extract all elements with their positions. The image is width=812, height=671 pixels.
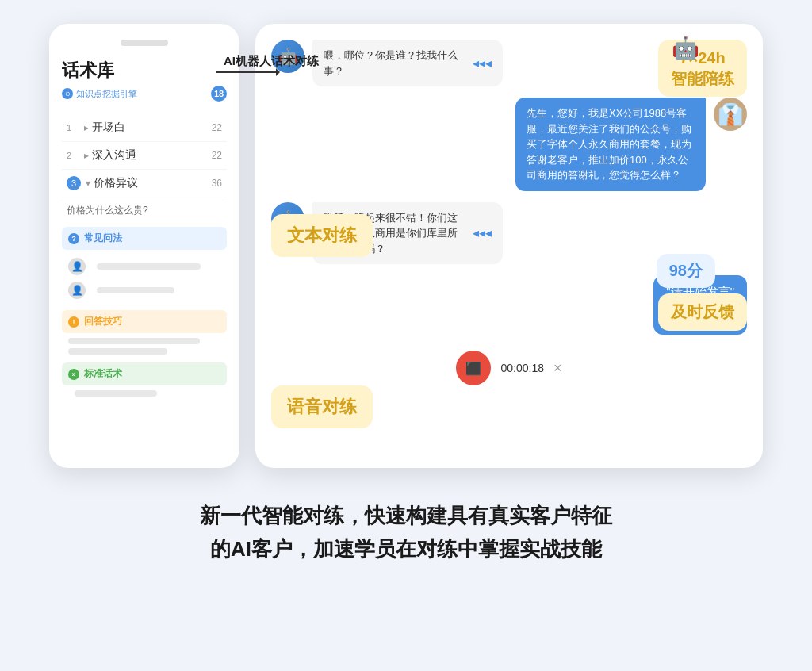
timer-display: 00:00:18 <box>500 362 544 374</box>
float-247-line2: 智能陪练 <box>671 70 734 87</box>
sound-icon-1: ◂◂◂ <box>473 54 492 73</box>
user-avatar-1: 👔 <box>714 98 747 131</box>
menu-arrow-3: ▾ <box>86 178 90 189</box>
connector-label: AI机器人话术对练 <box>224 54 319 69</box>
phone-subtitle: ⊙ 知识点挖掘引擎 18 <box>62 86 227 102</box>
person-avatar-1: 👤 <box>68 258 86 275</box>
section-common-questions: ? 常见问法 <box>62 227 227 250</box>
section-answer-tips: ! 回答技巧 <box>62 310 227 333</box>
person-lines-1 <box>90 259 220 274</box>
menu-item-2[interactable]: 2 ▸ 深入沟通 22 <box>62 142 227 170</box>
menu-label-1: 开场白 <box>92 121 212 135</box>
menu-label-3: 价格异议 <box>94 176 212 190</box>
section-label-common: 常见问法 <box>84 232 122 245</box>
phone-left-panel: 话术库 ⊙ 知识点挖掘引擎 18 1 ▸ 开场白 22 2 ▸ 深入沟通 22 … <box>49 24 239 468</box>
subtitle-text: 知识点挖掘引擎 <box>76 88 137 100</box>
menu-count-1: 22 <box>212 122 222 133</box>
sound-icon-2: ◂◂◂ <box>473 224 492 243</box>
skeleton-2 <box>97 287 174 293</box>
badge-count: 18 <box>211 86 227 102</box>
menu-arrow-1: ▸ <box>84 122 89 133</box>
bottom-line-1: 新一代智能对练，快速构建具有真实客户特征 <box>200 500 612 533</box>
subtitle-icon: ⊙ <box>62 88 73 99</box>
float-label-score: 98分 <box>657 254 715 288</box>
chat-panel: 7×24h 智能陪练 🤖 🤖 喂，哪位？你是谁？找我什么事？ ◂◂◂ 👔 先生，… <box>255 24 763 468</box>
phone-title: 话术库 <box>62 59 227 82</box>
menu-count-3: 36 <box>212 178 222 189</box>
person-row-2: 👤 <box>62 278 227 302</box>
skeleton-4 <box>68 348 167 355</box>
text-practice-label: 文本对练 <box>287 225 357 245</box>
skeleton-3 <box>68 338 200 344</box>
bottom-text-area: 新一代智能对练，快速构建具有真实客户特征 的AI客户，加速学员在对练中掌握实战技… <box>200 500 612 566</box>
menu-item-1[interactable]: 1 ▸ 开场白 22 <box>62 114 227 142</box>
menu-count-2: 22 <box>212 150 222 161</box>
section-label-answer: 回答技巧 <box>84 315 122 328</box>
voice-practice-label: 语音对练 <box>287 397 357 416</box>
menu-num-1: 1 <box>67 123 79 132</box>
main-illustration: 话术库 ⊙ 知识点挖掘引擎 18 1 ▸ 开场白 22 2 ▸ 深入沟通 22 … <box>49 24 763 468</box>
section-standard: » 标准话术 <box>62 362 227 385</box>
connector-line <box>216 71 279 73</box>
msg-bubble-2: 先生，您好，我是XX公司1988号客服，最近您关注了我们的公众号，购买了字体个人… <box>515 98 706 191</box>
float-label-voice-practice: 语音对练 <box>271 385 373 428</box>
float-label-text-practice: 文本对练 <box>271 214 373 257</box>
section-icon-blue: ? <box>68 233 79 244</box>
menu-item-3[interactable]: 3 ▾ 价格异议 36 <box>62 170 227 197</box>
skeleton-5 <box>75 390 157 397</box>
msg-text-1: 喂，哪位？你是谁？找我什么事？ <box>324 48 466 79</box>
person-lines-2 <box>90 283 220 297</box>
skeleton-1 <box>97 263 201 270</box>
section-icon-green: » <box>68 369 79 380</box>
close-voice-button[interactable]: × <box>553 360 562 377</box>
record-stop-button[interactable]: ⬛ <box>456 351 491 385</box>
menu-arrow-2: ▸ <box>84 150 89 161</box>
float-label-feedback: 及时反馈 <box>658 293 747 331</box>
menu-dot-3: 3 <box>67 176 81 190</box>
score-value: 98分 <box>669 262 703 279</box>
section-icon-orange: ! <box>68 316 79 328</box>
msg-text-2: 先生，您好，我是XX公司1988号客服，最近您关注了我们的公众号，购买了字体个人… <box>527 105 695 183</box>
sub-question: 价格为什么这么贵? <box>62 197 227 227</box>
connector-arrow: AI机器人话术对练 <box>216 71 279 73</box>
bot-face-icon: 🤖 <box>672 35 699 61</box>
menu-label-2: 深入沟通 <box>92 148 212 163</box>
menu-num-2: 2 <box>67 151 79 160</box>
person-avatar-2: 👤 <box>68 282 86 299</box>
msg-bubble-1: 喂，哪位？你是谁？找我什么事？ ◂◂◂ <box>312 40 503 86</box>
msg-row-2: 👔 先生，您好，我是XX公司1988号客服，最近您关注了我们的公众号，购买了字体… <box>271 98 747 191</box>
feedback-label: 及时反馈 <box>671 303 734 320</box>
person-row-1: 👤 <box>62 255 227 278</box>
section-label-standard: 标准话术 <box>84 367 122 381</box>
phone-notch <box>121 40 168 46</box>
bottom-line-2: 的AI客户，加速学员在对练中掌握实战技能 <box>200 533 612 566</box>
